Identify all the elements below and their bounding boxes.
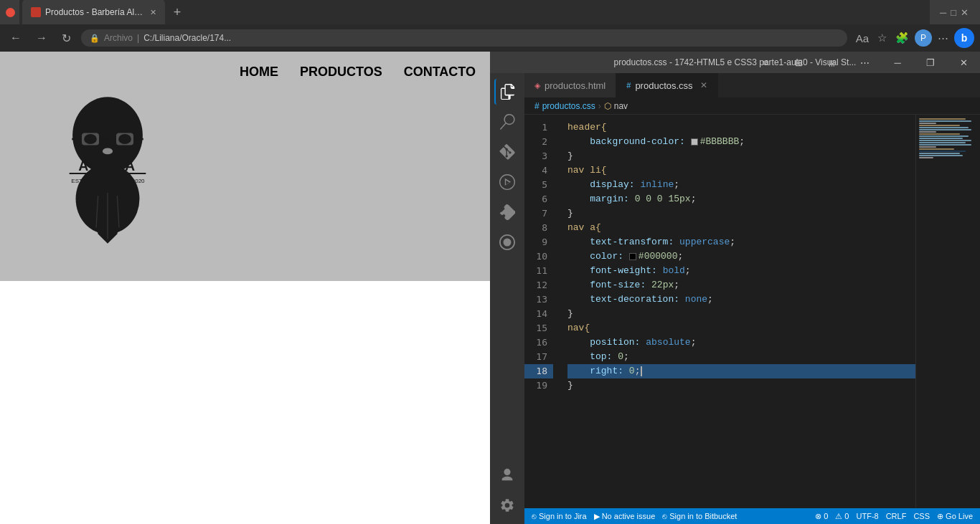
code-line-8: nav a{ bbox=[567, 221, 915, 235]
token-c-property: color: bbox=[567, 249, 623, 264]
window-controls[interactable] bbox=[6, 8, 15, 17]
activity-explorer-icon[interactable] bbox=[494, 79, 520, 105]
status-bar-right: ⊗ 0 ⚠ 0 UTF-8 CRLF CSS bbox=[815, 512, 973, 521]
vscode-restore-btn[interactable]: ❐ bbox=[914, 52, 947, 73]
line-number-13: 13 bbox=[524, 292, 553, 307]
token-c-colon bbox=[635, 178, 641, 192]
bitbucket-icon: ⎋ bbox=[662, 512, 667, 520]
title-bar-actions: ─ □ ✕ bbox=[934, 7, 974, 18]
status-line-ending[interactable]: CRLF bbox=[886, 512, 907, 520]
encoding-label: UTF-8 bbox=[857, 512, 879, 520]
token-c-property: display: bbox=[567, 178, 635, 192]
status-errors[interactable]: ⊗ 0 bbox=[815, 512, 828, 521]
address-separator: | bbox=[137, 33, 139, 43]
activity-extensions-icon[interactable] bbox=[494, 199, 520, 225]
minimap-content bbox=[916, 115, 980, 162]
token-c-selector: header{ bbox=[567, 120, 607, 135]
css-tab-close[interactable]: ✕ bbox=[700, 80, 707, 90]
minimap-line bbox=[919, 144, 971, 146]
activity-git-icon[interactable] bbox=[494, 139, 520, 165]
token-c-colon bbox=[646, 278, 651, 292]
status-encoding[interactable]: UTF-8 bbox=[857, 512, 879, 520]
minimap-line bbox=[919, 138, 963, 139]
back-button[interactable]: ← bbox=[6, 29, 26, 47]
profile-button[interactable]: P bbox=[915, 29, 932, 47]
token-c-colon bbox=[629, 192, 635, 206]
translate-button[interactable]: Aa bbox=[853, 29, 872, 47]
code-line-2: background-color: #BBBBBB; bbox=[567, 135, 915, 149]
token-c-punctuation: ; bbox=[691, 335, 697, 350]
status-bitbucket[interactable]: ⎋ Sign in to Bitbucket bbox=[662, 512, 737, 520]
nav-home[interactable]: HOME bbox=[240, 65, 278, 80]
minimize-button[interactable]: ─ bbox=[940, 7, 946, 18]
minimap-line bbox=[919, 153, 960, 154]
token-c-punctuation: ; bbox=[707, 292, 713, 307]
star-button[interactable]: ☆ bbox=[875, 29, 890, 47]
status-jira[interactable]: ⎋ Sign in to Jira bbox=[532, 512, 587, 520]
token-c-colon bbox=[640, 335, 646, 350]
line-number-2: 2 bbox=[524, 135, 553, 149]
maximize-button[interactable]: □ bbox=[951, 7, 956, 18]
vscode-panel: productos.css - 1742-HTML5 e CSS3 parte1… bbox=[490, 52, 980, 524]
browser-tab[interactable]: Productos - Barbería Alura ✕ bbox=[22, 0, 165, 25]
activity-run-icon[interactable] bbox=[494, 169, 520, 195]
status-language[interactable]: CSS bbox=[913, 512, 930, 520]
line-number-14: 14 bbox=[524, 307, 553, 321]
activity-settings-icon[interactable] bbox=[494, 492, 520, 518]
close-button[interactable]: ✕ bbox=[961, 7, 969, 18]
vscode-split-icon[interactable]: ⫼ bbox=[815, 52, 848, 73]
address-bar-container[interactable]: 🔒 Archivo | C:/Liliana/Oracle/174... bbox=[81, 29, 847, 47]
close-window-button[interactable] bbox=[6, 8, 15, 17]
extension-button[interactable]: 🧩 bbox=[892, 29, 912, 47]
line-number-1: 1 bbox=[524, 120, 553, 135]
vscode-body: ◈ productos.html # productos.css ✕ # pro… bbox=[490, 73, 980, 524]
breadcrumb-separator: › bbox=[598, 101, 601, 111]
code-line-15: nav{ bbox=[567, 321, 915, 335]
token-c-colon bbox=[685, 135, 691, 149]
color-swatch bbox=[629, 253, 636, 260]
tab-css[interactable]: # productos.css ✕ bbox=[616, 73, 717, 97]
status-warnings[interactable]: ⚠ 0 bbox=[835, 512, 849, 521]
code-line-18: right: 0; bbox=[567, 364, 915, 378]
status-bar-left: ⎋ Sign in to Jira ▶ No active issue ⎋ Si… bbox=[532, 512, 737, 521]
vscode-menu-icon[interactable]: ≡ bbox=[749, 52, 782, 73]
code-editor[interactable]: header{ background-color: #BBBBBB;}nav l… bbox=[562, 115, 915, 508]
more-button[interactable]: ⋯ bbox=[935, 29, 951, 47]
line-ending-label: CRLF bbox=[886, 512, 907, 520]
warnings-label: ⚠ 0 bbox=[835, 512, 849, 521]
bing-button[interactable]: b bbox=[954, 28, 974, 48]
activity-bar bbox=[490, 73, 524, 524]
nav-contacto[interactable]: CONTACTO bbox=[404, 65, 476, 80]
code-line-6: margin: 0 0 0 15px; bbox=[567, 192, 915, 206]
css-tab-label: productos.css bbox=[635, 80, 692, 91]
token-c-value-kw: none bbox=[685, 292, 707, 307]
forward-button[interactable]: → bbox=[32, 29, 52, 47]
vscode-minimize-btn[interactable]: ─ bbox=[881, 52, 914, 73]
vscode-layout-icon[interactable]: ⊞ bbox=[782, 52, 815, 73]
refresh-button[interactable]: ↻ bbox=[57, 29, 75, 48]
status-go-live[interactable]: ⊕ Go Live bbox=[937, 512, 973, 521]
activity-account-icon[interactable] bbox=[494, 462, 520, 488]
token-c-property: text-transform: bbox=[567, 235, 674, 249]
vscode-titlebar: productos.css - 1742-HTML5 e CSS3 parte1… bbox=[490, 52, 980, 73]
vscode-close-btn[interactable]: ✕ bbox=[947, 52, 980, 73]
minimap-line bbox=[919, 125, 960, 126]
activity-remote-icon[interactable] bbox=[494, 229, 520, 255]
code-line-1: header{ bbox=[567, 120, 915, 135]
tab-bar: Productos - Barbería Alura ✕ + bbox=[19, 0, 930, 25]
minimap-line bbox=[919, 131, 936, 133]
breadcrumb-file: productos.css bbox=[542, 101, 595, 111]
tab-close-button[interactable]: ✕ bbox=[150, 8, 156, 17]
code-line-17: top: 0; bbox=[567, 350, 915, 364]
address-text[interactable]: C:/Liliana/Oracle/174... bbox=[143, 33, 231, 43]
preview-body bbox=[0, 281, 490, 524]
tab-html[interactable]: ◈ productos.html bbox=[524, 73, 616, 97]
vscode-more-icon[interactable]: ⋯ bbox=[848, 52, 881, 73]
activity-search-icon[interactable] bbox=[494, 109, 520, 135]
new-tab-button[interactable]: + bbox=[165, 0, 189, 25]
status-bar: ⎋ Sign in to Jira ▶ No active issue ⎋ Si… bbox=[524, 508, 980, 524]
status-no-issue[interactable]: ▶ No active issue bbox=[594, 512, 656, 521]
nav-productos[interactable]: PRODUCTOS bbox=[300, 65, 382, 80]
token-c-punctuation: ; bbox=[730, 235, 735, 249]
minimap-line bbox=[919, 135, 969, 137]
